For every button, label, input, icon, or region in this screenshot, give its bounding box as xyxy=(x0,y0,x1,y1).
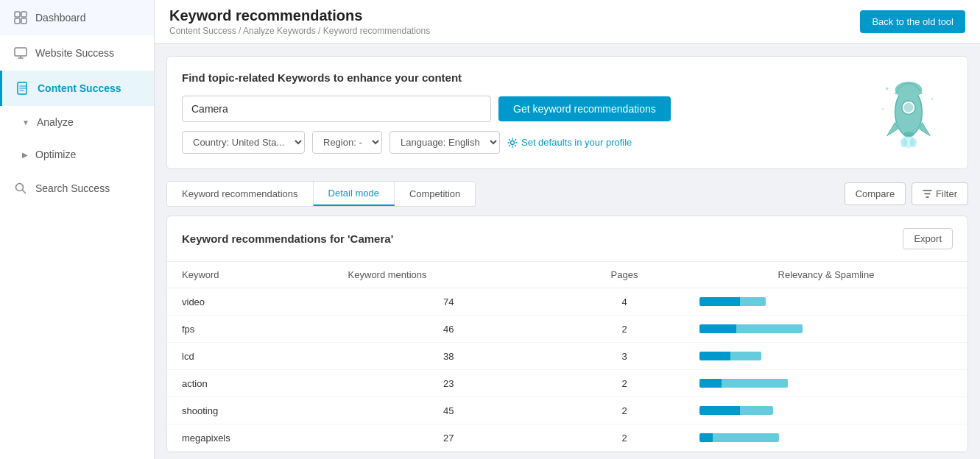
relevancy-bar xyxy=(699,296,953,307)
language-select[interactable]: Language: English xyxy=(389,131,500,154)
bar-dark xyxy=(699,352,730,360)
sidebar-item-optimize[interactable]: ▶ Optimize xyxy=(0,138,154,171)
relevancy-bar xyxy=(699,323,953,335)
tabs-container: Keyword recommendations Detail mode Comp… xyxy=(166,181,476,207)
rocket-illustration xyxy=(872,68,945,149)
country-select[interactable]: Country: United Sta... xyxy=(182,131,305,154)
bar-light xyxy=(722,379,788,388)
cell-mentions: 46 xyxy=(334,316,564,343)
tab-competition[interactable]: Competition xyxy=(395,182,475,206)
bar-dark xyxy=(699,324,736,333)
cell-pages: 2 xyxy=(564,370,685,397)
relevancy-bar xyxy=(699,405,953,416)
bar-dark xyxy=(699,406,740,415)
get-keyword-recommendations-button[interactable]: Get keyword recommendations xyxy=(498,96,671,121)
set-defaults-link[interactable]: Set defaults in your profile xyxy=(507,137,632,148)
sidebar-item-search-success-label: Search Success xyxy=(35,182,110,194)
bar-light xyxy=(713,433,779,442)
bar-dark xyxy=(699,379,722,388)
tabs-bar: Keyword recommendations Detail mode Comp… xyxy=(166,181,968,207)
cell-keyword: action xyxy=(167,370,334,397)
cell-pages: 3 xyxy=(564,343,685,370)
cell-mentions: 27 xyxy=(334,424,564,452)
cell-pages: 2 xyxy=(564,397,685,424)
svg-rect-3 xyxy=(21,18,27,24)
relevancy-bar xyxy=(699,432,953,444)
tab-detail-mode[interactable]: Detail mode xyxy=(314,182,395,206)
svg-point-9 xyxy=(900,138,907,147)
sidebar-item-dashboard[interactable]: Dashboard xyxy=(0,0,154,35)
results-title: Keyword recommendations for 'Camera' xyxy=(182,232,393,245)
cell-mentions: 23 xyxy=(334,370,564,397)
cell-mentions: 45 xyxy=(334,397,564,424)
results-table: Keyword Keyword mentions Pages Relevancy… xyxy=(167,262,967,452)
relevancy-bar xyxy=(699,350,953,362)
sidebar-item-content-success-label: Content Success xyxy=(38,82,121,94)
main-content: Keyword recommendations Content Success … xyxy=(155,0,980,459)
svg-point-7 xyxy=(511,140,515,144)
chevron-right-icon: ▶ xyxy=(22,151,28,159)
breadcrumb: Content Success / Analyze Keywords / Key… xyxy=(169,26,430,36)
compare-button[interactable]: Compare xyxy=(845,182,906,205)
relevancy-bar xyxy=(699,377,953,389)
table-row: fps 46 2 xyxy=(167,316,967,343)
set-defaults-label: Set defaults in your profile xyxy=(521,137,632,148)
content-area: Find topic-related Keywords to enhance y… xyxy=(155,44,980,459)
grid-icon xyxy=(13,10,28,25)
bar-light xyxy=(740,297,766,306)
cell-pages: 2 xyxy=(564,424,685,452)
svg-rect-1 xyxy=(21,12,27,17)
cell-relevancy xyxy=(685,370,967,397)
rocket-svg xyxy=(872,68,945,149)
find-keywords-heading: Find topic-related Keywords to enhance y… xyxy=(182,71,953,84)
bar-light xyxy=(740,406,773,415)
region-select[interactable]: Region: - xyxy=(312,131,382,154)
bar-dark xyxy=(699,297,740,306)
cell-mentions: 74 xyxy=(334,288,564,316)
sidebar-item-website-success-label: Website Success xyxy=(35,47,114,59)
sidebar-item-analyze-label: Analyze xyxy=(37,116,74,128)
svg-point-18 xyxy=(882,108,884,110)
filter-icon xyxy=(923,189,932,199)
topbar-left: Keyword recommendations Content Success … xyxy=(169,7,430,36)
tabs-actions: Compare Filter xyxy=(845,182,968,205)
col-keyword: Keyword xyxy=(167,262,334,288)
cell-keyword: video xyxy=(167,288,334,316)
table-row: shooting 45 2 xyxy=(167,397,967,424)
svg-point-17 xyxy=(931,98,934,100)
col-pages: Pages xyxy=(564,262,685,288)
svg-rect-2 xyxy=(15,18,20,24)
cell-relevancy xyxy=(685,288,967,316)
sidebar-item-website-success[interactable]: Website Success xyxy=(0,35,154,71)
results-card: Keyword recommendations for 'Camera' Exp… xyxy=(166,216,968,452)
search-input[interactable] xyxy=(182,96,491,122)
sidebar-item-search-success[interactable]: Search Success xyxy=(0,171,154,206)
bar-dark xyxy=(699,433,713,442)
page-title: Keyword recommendations xyxy=(169,7,430,24)
sidebar-item-analyze[interactable]: ▼ Analyze xyxy=(0,106,154,138)
cell-keyword: lcd xyxy=(167,343,334,370)
bar-light xyxy=(730,352,761,360)
back-to-old-tool-button[interactable]: Back to the old tool xyxy=(860,10,965,33)
cell-pages: 4 xyxy=(564,288,685,316)
filter-row: Country: United Sta... Region: - Languag… xyxy=(182,131,953,154)
table-row: video 74 4 xyxy=(167,288,967,316)
svg-point-14 xyxy=(904,103,914,113)
topbar: Keyword recommendations Content Success … xyxy=(155,0,980,44)
sidebar-item-content-success[interactable]: Content Success xyxy=(0,71,154,106)
table-row: lcd 38 3 xyxy=(167,343,967,370)
tab-keyword-recommendations[interactable]: Keyword recommendations xyxy=(167,182,314,206)
svg-rect-0 xyxy=(15,12,20,17)
sidebar-item-optimize-label: Optimize xyxy=(35,149,76,160)
cell-pages: 2 xyxy=(564,316,685,343)
col-mentions: Keyword mentions xyxy=(334,262,564,288)
gear-icon xyxy=(507,138,518,148)
cell-relevancy xyxy=(685,424,967,452)
results-header: Keyword recommendations for 'Camera' Exp… xyxy=(167,216,967,262)
monitor-icon xyxy=(13,46,28,60)
sidebar: Dashboard Website Success Content Succes… xyxy=(0,0,155,459)
svg-point-10 xyxy=(910,138,917,147)
cell-keyword: fps xyxy=(167,316,334,343)
filter-button[interactable]: Filter xyxy=(912,182,968,205)
export-button[interactable]: Export xyxy=(903,228,953,249)
